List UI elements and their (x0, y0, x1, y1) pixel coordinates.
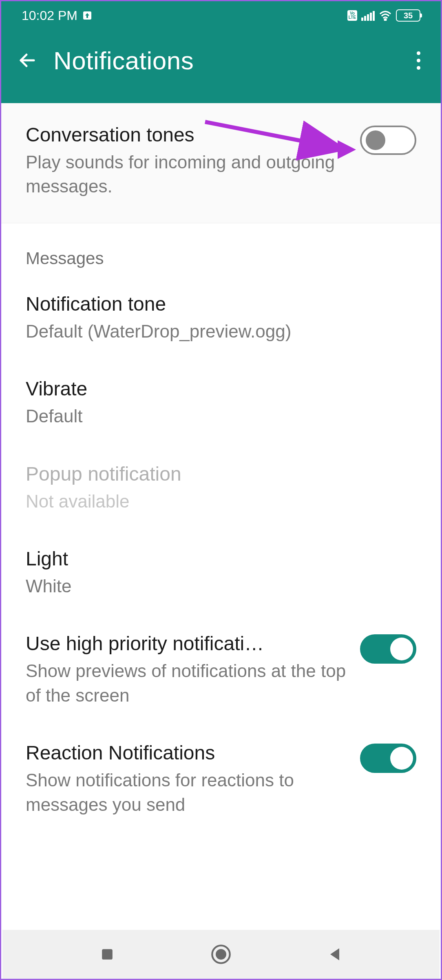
notification-tone-subtitle: Default (WaterDrop_preview.ogg) (26, 319, 404, 343)
notification-tone-title: Notification tone (26, 293, 404, 315)
vibrate-title: Vibrate (26, 377, 404, 400)
wifi-icon (379, 10, 392, 21)
conversation-tones-subtitle: Play sounds for incoming and outgoing me… (26, 150, 348, 199)
high-priority-toggle[interactable] (360, 634, 416, 664)
menu-button[interactable] (409, 43, 429, 78)
signal-icon (361, 10, 375, 21)
reaction-notifications-row[interactable]: Reaction Notifications Show notification… (1, 724, 441, 834)
conversation-tones-title: Conversation tones (26, 124, 348, 146)
notification-tone-row[interactable]: Notification tone Default (WaterDrop_pre… (1, 276, 441, 360)
high-priority-subtitle: Show previews of notifications at the to… (26, 659, 348, 707)
high-priority-row[interactable]: Use high priority notificati… Show previ… (1, 615, 441, 724)
light-row[interactable]: Light White (1, 530, 441, 615)
nav-recents-button[interactable] (98, 945, 116, 963)
svg-rect-6 (102, 949, 113, 960)
svg-marker-9 (330, 948, 339, 960)
page-title: Notifications (53, 46, 409, 75)
reaction-toggle[interactable] (360, 744, 416, 773)
reaction-title: Reaction Notifications (26, 742, 348, 764)
popup-notification-row: Popup notification Not available (1, 446, 441, 530)
back-button[interactable] (18, 51, 37, 70)
vibrate-subtitle: Default (26, 404, 404, 428)
status-time: 10:02 PM (22, 8, 77, 23)
status-left: 10:02 PM (22, 8, 92, 23)
volte-icon: VoLTE (347, 10, 357, 21)
upload-icon (82, 11, 92, 20)
svg-point-1 (385, 19, 386, 20)
high-priority-title: Use high priority notificati… (26, 632, 287, 655)
navigation-bar (2, 930, 440, 979)
nav-home-button[interactable] (210, 944, 232, 965)
status-bar: 10:02 PM VoLTE 35 (1, 1, 441, 30)
reaction-subtitle: Show notifications for reactions to mess… (26, 768, 348, 817)
status-right: VoLTE 35 (347, 9, 420, 22)
conversation-tones-toggle[interactable] (360, 126, 416, 155)
nav-back-button[interactable] (326, 945, 344, 963)
app-bar: Notifications (1, 30, 441, 103)
light-subtitle: White (26, 574, 404, 598)
svg-point-8 (216, 949, 226, 960)
section-header-messages: Messages (1, 223, 441, 276)
popup-subtitle: Not available (26, 489, 404, 513)
vibrate-row[interactable]: Vibrate Default (1, 360, 441, 445)
content: Conversation tones Play sounds for incom… (1, 103, 441, 834)
popup-title: Popup notification (26, 463, 404, 485)
battery-icon: 35 (396, 9, 420, 22)
light-title: Light (26, 547, 404, 570)
conversation-tones-row[interactable]: Conversation tones Play sounds for incom… (1, 103, 441, 223)
